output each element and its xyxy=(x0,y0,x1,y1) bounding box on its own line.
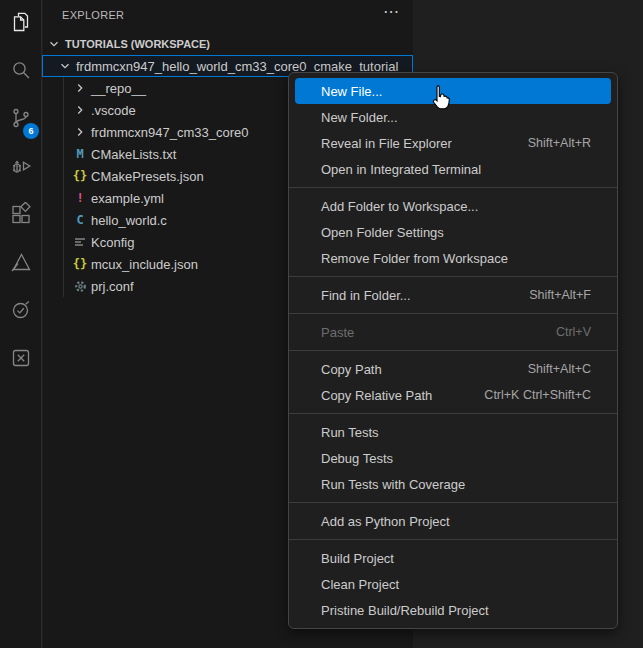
chevron-right-icon xyxy=(72,125,88,139)
chevron-down-icon xyxy=(57,59,73,73)
activity-mcuxpresso[interactable] xyxy=(0,240,42,288)
x-box-icon xyxy=(9,346,33,374)
menu-item-debug-tests[interactable]: Debug Tests xyxy=(295,445,611,471)
kconfig-file-icon xyxy=(72,236,88,249)
bug-play-icon xyxy=(9,154,33,182)
c-file-icon: C xyxy=(72,214,88,226)
activity-testing[interactable] xyxy=(0,288,42,336)
chevron-right-icon xyxy=(72,103,88,117)
activity-extensions[interactable] xyxy=(0,192,42,240)
tree-item-workspace-root[interactable]: TUTORIALS (WORKSPACE) xyxy=(43,33,413,55)
activity-search[interactable] xyxy=(0,48,42,96)
menu-item-clean-project[interactable]: Clean Project xyxy=(295,571,611,597)
more-actions-icon[interactable]: ⋯ xyxy=(383,2,399,21)
menu-item-run-tests-with-coverage[interactable]: Run Tests with Coverage xyxy=(295,471,611,497)
menu-item-run-tests[interactable]: Run Tests xyxy=(295,419,611,445)
json-file-icon: {} xyxy=(72,170,88,182)
chevron-right-icon xyxy=(72,81,88,95)
activity-source-control[interactable]: 6 xyxy=(0,96,42,144)
menu-item-remove-folder-from-workspace[interactable]: Remove Folder from Workspace xyxy=(295,245,611,271)
cmake-file-icon: M xyxy=(72,148,88,160)
explorer-title: EXPLORER xyxy=(62,9,124,21)
activity-bar: 6 xyxy=(0,0,42,648)
context-menu: New File... New Folder... Reveal in File… xyxy=(288,72,618,629)
shortcut: Shift+Alt+F xyxy=(529,288,591,302)
search-icon xyxy=(9,58,33,86)
menu-item-open-folder-settings[interactable]: Open Folder Settings xyxy=(295,219,611,245)
files-icon xyxy=(9,10,33,38)
menu-item-new-file[interactable]: New File... xyxy=(295,78,611,104)
menu-item-copy-path[interactable]: Copy Path Shift+Alt+C xyxy=(295,356,611,382)
shortcut: Shift+Alt+C xyxy=(528,362,591,376)
activity-explorer[interactable] xyxy=(0,0,42,48)
yaml-file-icon: ! xyxy=(72,192,88,204)
menu-item-copy-relative-path[interactable]: Copy Relative Path Ctrl+K Ctrl+Shift+C xyxy=(295,382,611,408)
menu-item-paste: Paste Ctrl+V xyxy=(295,319,611,345)
chevron-down-icon xyxy=(46,37,62,51)
gear-file-icon xyxy=(72,280,88,293)
activity-x-extension[interactable] xyxy=(0,336,42,384)
menu-separator xyxy=(289,502,617,503)
shortcut: Ctrl+V xyxy=(556,325,591,339)
triangle-flag-icon xyxy=(9,250,33,278)
menu-item-build-project[interactable]: Build Project xyxy=(295,545,611,571)
menu-item-find-in-folder[interactable]: Find in Folder... Shift+Alt+F xyxy=(295,282,611,308)
explorer-header: EXPLORER ⋯ xyxy=(43,0,413,33)
extensions-icon xyxy=(9,202,33,230)
shortcut: Ctrl+K Ctrl+Shift+C xyxy=(484,388,591,402)
activity-run-debug[interactable] xyxy=(0,144,42,192)
json-file-icon: {} xyxy=(72,258,88,270)
menu-item-open-in-integrated-terminal[interactable]: Open in Integrated Terminal xyxy=(295,156,611,182)
menu-separator xyxy=(289,413,617,414)
menu-separator xyxy=(289,313,617,314)
check-circle-icon xyxy=(9,298,33,326)
menu-item-add-as-python-project[interactable]: Add as Python Project xyxy=(295,508,611,534)
menu-item-new-folder[interactable]: New Folder... xyxy=(295,104,611,130)
menu-separator xyxy=(289,539,617,540)
scm-badge: 6 xyxy=(23,123,39,139)
menu-item-pristine-build-rebuild-project[interactable]: Pristine Build/Rebuild Project xyxy=(295,597,611,623)
menu-item-add-folder-to-workspace[interactable]: Add Folder to Workspace... xyxy=(295,193,611,219)
menu-item-reveal-in-file-explorer[interactable]: Reveal in File Explorer Shift+Alt+R xyxy=(295,130,611,156)
menu-separator xyxy=(289,350,617,351)
vscode-window: 6 xyxy=(0,0,643,648)
shortcut: Shift+Alt+R xyxy=(528,136,591,150)
menu-separator xyxy=(289,187,617,188)
menu-separator xyxy=(289,276,617,277)
